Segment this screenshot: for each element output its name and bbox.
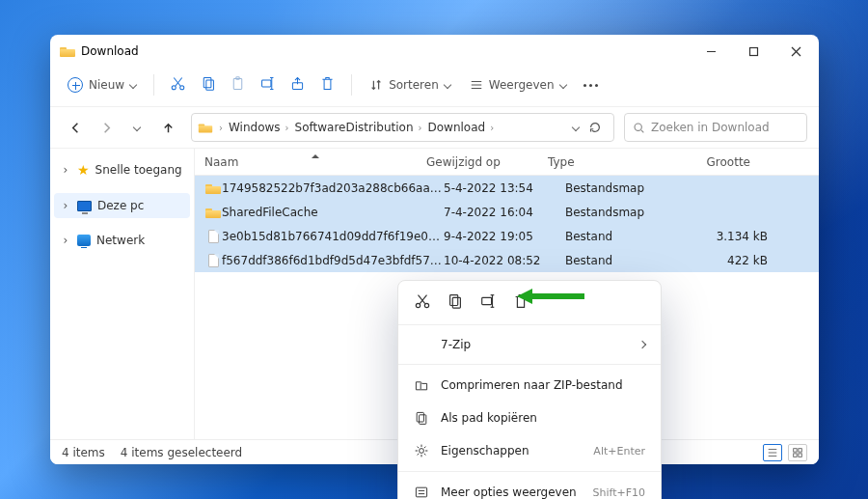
cut-icon[interactable] bbox=[170, 75, 186, 95]
context-copy-path[interactable]: Als pad kopiëren bbox=[398, 402, 661, 434]
sidebar-item-network[interactable]: › Netwerk bbox=[54, 228, 190, 253]
context-copy-icon[interactable] bbox=[447, 292, 464, 313]
svg-rect-36 bbox=[417, 412, 423, 422]
back-button[interactable] bbox=[62, 114, 89, 141]
svg-rect-24 bbox=[799, 448, 801, 451]
minimize-button[interactable] bbox=[690, 35, 732, 68]
svg-rect-31 bbox=[482, 297, 492, 304]
svg-point-38 bbox=[420, 449, 424, 454]
star-icon: ★ bbox=[77, 162, 90, 178]
svg-point-5 bbox=[180, 86, 184, 90]
more-button[interactable] bbox=[578, 78, 604, 93]
table-row[interactable]: SharedFileCache 7-4-2022 16:04 Bestandsm… bbox=[195, 200, 819, 224]
copy-icon[interactable] bbox=[200, 75, 216, 95]
new-button[interactable]: Nieuw bbox=[60, 71, 144, 98]
sort-button[interactable]: Sorteren bbox=[362, 72, 458, 97]
window-title: Download bbox=[81, 44, 139, 58]
col-modified[interactable]: Gewijzigd op bbox=[426, 155, 548, 169]
folder-icon bbox=[205, 207, 221, 218]
svg-rect-37 bbox=[420, 415, 426, 425]
context-cut-icon[interactable] bbox=[414, 292, 431, 313]
view-label: Weergeven bbox=[489, 78, 555, 92]
forward-button[interactable] bbox=[93, 114, 120, 141]
breadcrumb-item: Download› bbox=[427, 121, 494, 134]
titlebar: Download bbox=[50, 35, 819, 68]
table-row[interactable]: f567ddf386f6d1bdf9d5d47e3bfdf57e23bba837… bbox=[195, 248, 819, 272]
svg-rect-39 bbox=[416, 487, 426, 497]
context-compress[interactable]: Comprimeren naar ZIP-bestand bbox=[398, 369, 661, 402]
network-icon bbox=[77, 235, 91, 246]
chevron-down-icon bbox=[129, 81, 137, 89]
col-type[interactable]: Type bbox=[548, 155, 669, 169]
details-view-button[interactable] bbox=[763, 444, 782, 461]
svg-rect-29 bbox=[450, 295, 458, 306]
close-button[interactable] bbox=[774, 35, 817, 68]
chevron-down-icon[interactable] bbox=[572, 124, 580, 131]
folder-icon bbox=[199, 123, 212, 133]
zip-icon bbox=[414, 377, 429, 393]
svg-point-27 bbox=[416, 303, 420, 307]
chevron-down-icon bbox=[444, 81, 451, 89]
svg-rect-8 bbox=[233, 78, 242, 89]
refresh-icon[interactable] bbox=[588, 121, 602, 134]
grid-view-button[interactable] bbox=[788, 444, 807, 461]
svg-point-4 bbox=[172, 86, 176, 90]
table-row[interactable]: 3e0b15d81b766741d09dd7f6f19e044db3625c29… bbox=[195, 224, 819, 248]
folder-icon bbox=[60, 45, 75, 57]
rename-icon[interactable] bbox=[259, 75, 276, 95]
status-count: 4 items bbox=[62, 446, 105, 459]
search-icon bbox=[633, 122, 645, 134]
context-delete-icon[interactable] bbox=[512, 292, 529, 313]
folder-icon bbox=[205, 182, 221, 194]
context-properties[interactable]: Eigenschappen Alt+Enter bbox=[398, 434, 661, 467]
file-icon bbox=[208, 254, 219, 267]
context-7zip[interactable]: 7-Zip bbox=[398, 329, 661, 360]
svg-rect-30 bbox=[452, 297, 460, 308]
svg-line-19 bbox=[641, 129, 643, 131]
breadcrumb-item: SoftwareDistribution› bbox=[295, 121, 422, 134]
up-button[interactable] bbox=[154, 114, 181, 141]
svg-rect-10 bbox=[262, 80, 271, 87]
monitor-icon bbox=[77, 201, 92, 211]
status-selected: 4 items geselecteerd bbox=[121, 446, 242, 459]
breadcrumb-item: Windows› bbox=[229, 121, 289, 134]
col-size[interactable]: Grootte bbox=[669, 155, 766, 169]
context-menu: 7-Zip Comprimeren naar ZIP-bestand Als p… bbox=[397, 280, 662, 499]
svg-point-28 bbox=[424, 303, 428, 307]
svg-rect-25 bbox=[794, 453, 797, 456]
maximize-button[interactable] bbox=[732, 35, 774, 68]
context-rename-icon[interactable] bbox=[479, 292, 497, 313]
copy-path-icon bbox=[414, 410, 429, 426]
svg-rect-1 bbox=[749, 47, 757, 55]
search-input[interactable]: Zoeken in Download bbox=[624, 113, 807, 142]
chevron-down-icon bbox=[558, 81, 566, 89]
share-icon[interactable] bbox=[289, 75, 306, 95]
column-headers[interactable]: Naam Gewijzigd op Type Grootte bbox=[195, 149, 819, 176]
more-options-icon bbox=[414, 485, 429, 499]
sidebar-item-this-pc[interactable]: › Deze pc bbox=[54, 193, 190, 218]
search-placeholder: Zoeken in Download bbox=[651, 121, 770, 134]
svg-rect-23 bbox=[794, 448, 797, 451]
sidebar-item-quick-access[interactable]: ›★ Snelle toegang bbox=[54, 156, 190, 183]
svg-point-18 bbox=[635, 124, 641, 130]
view-button[interactable]: Weergeven bbox=[462, 72, 574, 97]
navbar: › Windows› SoftwareDistribution› Downloa… bbox=[50, 106, 819, 149]
svg-rect-26 bbox=[799, 453, 801, 456]
sidebar: ›★ Snelle toegang › Deze pc › Netwerk bbox=[50, 149, 195, 439]
sort-label: Sorteren bbox=[389, 78, 439, 92]
properties-icon bbox=[414, 443, 429, 458]
col-name: Naam bbox=[204, 155, 426, 169]
delete-icon[interactable] bbox=[319, 75, 336, 95]
toolbar: Nieuw Sorteren Weergeven bbox=[50, 68, 819, 106]
plus-circle-icon bbox=[68, 77, 83, 93]
file-icon bbox=[208, 230, 219, 243]
recent-button[interactable] bbox=[123, 114, 150, 141]
svg-rect-6 bbox=[203, 78, 211, 88]
paste-icon[interactable] bbox=[230, 75, 246, 95]
chevron-right-icon bbox=[638, 341, 646, 348]
table-row[interactable]: 1749582522b7f3ad203a288cb66aad6b 5-4-202… bbox=[195, 176, 819, 200]
svg-rect-7 bbox=[206, 80, 214, 90]
context-more-options[interactable]: Meer opties weergeven Shift+F10 bbox=[398, 476, 661, 499]
new-label: Nieuw bbox=[89, 78, 124, 92]
breadcrumb[interactable]: › Windows› SoftwareDistribution› Downloa… bbox=[191, 113, 614, 142]
